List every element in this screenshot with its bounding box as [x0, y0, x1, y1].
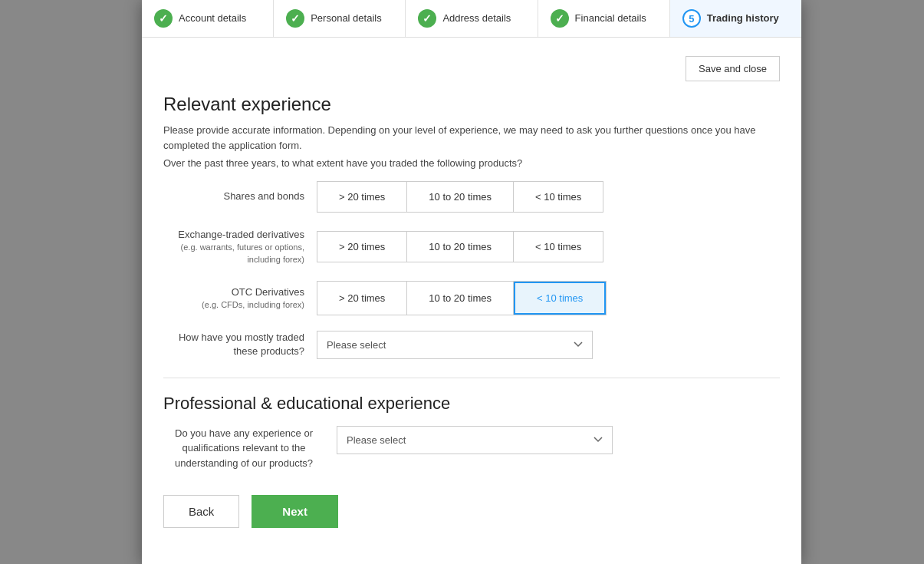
- prof-row: Do you have any experience or qualificat…: [163, 426, 780, 471]
- step-label-address: Address details: [442, 12, 511, 25]
- step-trading-history[interactable]: 5 Trading history: [670, 0, 801, 37]
- row-label-shares: Shares and bonds: [163, 190, 317, 203]
- step-account-details[interactable]: ✓ Account details: [142, 0, 274, 37]
- step-icon-financial: ✓: [551, 9, 569, 28]
- button-row: Back Next: [163, 495, 780, 528]
- prof-select[interactable]: Please select Yes No: [337, 426, 613, 454]
- step-label-financial: Financial details: [575, 12, 646, 25]
- step-label-trading: Trading history: [707, 12, 779, 25]
- step-financial-details[interactable]: ✓ Financial details: [538, 0, 670, 37]
- how-traded-select[interactable]: Please select Self-directed Advised Disc…: [317, 331, 593, 359]
- shares-10to20[interactable]: 10 to 20 times: [407, 182, 514, 212]
- question-label: Over the past three years, to what exten…: [163, 157, 780, 169]
- stepper: ✓ Account details ✓ Personal details ✓ A…: [142, 0, 801, 38]
- step-label-personal: Personal details: [311, 12, 382, 25]
- how-traded-label: How have you mostly traded these product…: [163, 331, 317, 358]
- step-icon-trading: 5: [682, 9, 701, 28]
- shares-gt20[interactable]: > 20 times: [317, 182, 407, 212]
- otc-gt20[interactable]: > 20 times: [317, 282, 407, 315]
- step-icon-account: ✓: [154, 9, 173, 28]
- prof-heading: Professional & educational experience: [163, 394, 780, 414]
- next-button[interactable]: Next: [252, 495, 338, 528]
- shares-lt10[interactable]: < 10 times: [514, 182, 603, 212]
- main-heading: Relevant experience: [163, 94, 780, 115]
- content-area: Save and close Relevant experience Pleas…: [142, 38, 801, 546]
- exchange-gt20[interactable]: > 20 times: [317, 232, 407, 262]
- trading-row-otc: OTC Derivatives (e.g. CFDs, including fo…: [163, 281, 780, 315]
- section-divider: [163, 378, 780, 378]
- choices-otc: > 20 times 10 to 20 times < 10 times: [317, 281, 607, 315]
- prof-question: Do you have any experience or qualificat…: [163, 426, 324, 471]
- save-close-bar: Save and close: [163, 56, 780, 81]
- trading-row-exchange: Exchange-traded derivatives (e.g. warran…: [163, 228, 780, 266]
- description-text: Please provide accurate information. Dep…: [163, 123, 780, 153]
- choices-shares: > 20 times 10 to 20 times < 10 times: [317, 181, 603, 213]
- step-personal-details[interactable]: ✓ Personal details: [274, 0, 406, 37]
- back-button[interactable]: Back: [163, 495, 239, 528]
- row-label-exchange: Exchange-traded derivatives (e.g. warran…: [163, 228, 317, 266]
- save-close-button[interactable]: Save and close: [686, 56, 780, 81]
- choices-exchange: > 20 times 10 to 20 times < 10 times: [317, 231, 603, 262]
- modal: ✓ Account details ✓ Personal details ✓ A…: [142, 0, 801, 564]
- step-icon-address: ✓: [418, 9, 436, 28]
- exchange-10to20[interactable]: 10 to 20 times: [407, 232, 514, 262]
- otc-10to20[interactable]: 10 to 20 times: [407, 282, 514, 315]
- otc-lt10[interactable]: < 10 times: [514, 282, 606, 315]
- step-label-account: Account details: [179, 12, 246, 25]
- row-label-otc: OTC Derivatives (e.g. CFDs, including fo…: [163, 285, 317, 312]
- how-traded-row: How have you mostly traded these product…: [163, 331, 780, 359]
- exchange-lt10[interactable]: < 10 times: [514, 232, 603, 262]
- trading-row-shares: Shares and bonds > 20 times 10 to 20 tim…: [163, 181, 780, 213]
- step-icon-personal: ✓: [286, 9, 304, 28]
- step-address-details[interactable]: ✓ Address details: [406, 0, 538, 37]
